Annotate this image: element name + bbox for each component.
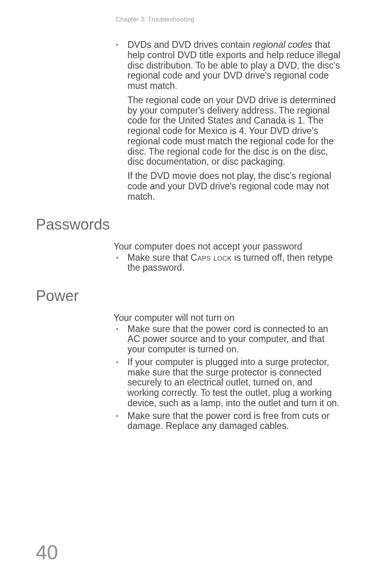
caps-lock-text: Caps lock <box>191 252 232 263</box>
power-bullet-list: Make sure that the power cord is connect… <box>114 324 343 432</box>
list-item: Make sure that Caps lock is turned off, … <box>114 253 343 273</box>
dvd-regional-block: DVDs and DVD drives contain regional cod… <box>114 40 343 202</box>
passwords-bullet-text: Make sure that Caps lock is turned off, … <box>127 252 333 273</box>
power-bullet-3: Make sure that the power cord is free fr… <box>127 411 329 431</box>
dvd-regional-para-2: If the DVD movie does not play, the disc… <box>127 171 343 202</box>
page-number: 40 <box>36 541 58 564</box>
dvd-regional-text: DVDs and DVD drives contain regional cod… <box>127 39 340 91</box>
running-header: Chapter 3: Troubleshooting <box>116 16 344 23</box>
passwords-heading: Passwords <box>36 216 344 233</box>
passwords-subheading: Your computer does not accept your passw… <box>114 241 343 252</box>
page: Chapter 3: Troubleshooting DVDs and DVD … <box>0 0 380 588</box>
passwords-block: Your computer does not accept your passw… <box>114 241 343 273</box>
power-bullet-1: Make sure that the power cord is connect… <box>127 324 328 355</box>
power-block: Your computer will not turn on Make sure… <box>114 313 343 431</box>
list-item: If your computer is plugged into a surge… <box>114 357 343 409</box>
list-item: DVDs and DVD drives contain regional cod… <box>114 40 343 91</box>
power-heading: Power <box>36 287 344 305</box>
text-fragment: DVDs and DVD drives contain <box>127 39 253 50</box>
passwords-bullet-list: Make sure that Caps lock is turned off, … <box>114 253 343 273</box>
text-fragment: Make sure that <box>127 252 191 263</box>
dvd-bullet-list: DVDs and DVD drives contain regional cod… <box>114 40 343 91</box>
list-item: Make sure that the power cord is connect… <box>114 324 343 355</box>
list-item: Make sure that the power cord is free fr… <box>114 411 343 432</box>
power-subheading: Your computer will not turn on <box>114 313 343 323</box>
italic-regional-codes: regional codes <box>253 39 312 50</box>
dvd-regional-para-1: The regional code on your DVD drive is d… <box>127 95 343 167</box>
power-bullet-2: If your computer is plugged into a surge… <box>127 357 339 408</box>
